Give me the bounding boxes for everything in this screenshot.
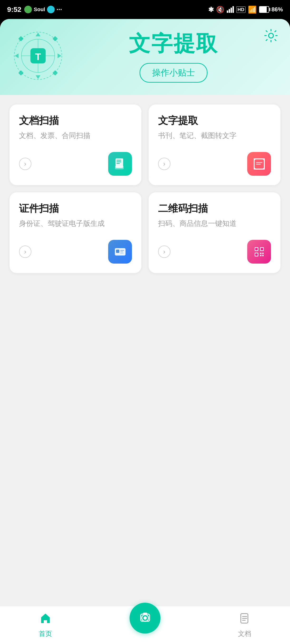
card-text-extract-title: 文字提取 — [158, 114, 271, 127]
svg-point-41 — [143, 616, 147, 620]
card-id-scan-desc: 身份证、驾驶证电子版生成 — [19, 218, 132, 234]
svg-point-16 — [269, 33, 273, 38]
svg-rect-5 — [53, 36, 58, 42]
nav-camera-button[interactable] — [130, 603, 160, 634]
svg-rect-18 — [117, 160, 121, 160]
nav-docs-label: 文档 — [238, 629, 251, 638]
docs-icon — [238, 612, 251, 628]
header-logo-area: T — [12, 30, 64, 82]
card-text-extract-bottom: › — [158, 152, 271, 176]
card-qr-scan-bottom: › — [158, 240, 271, 264]
svg-rect-20 — [117, 163, 120, 164]
hd-badge: HD — [236, 6, 245, 13]
card-qr-scan-icon — [247, 240, 271, 264]
svg-rect-27 — [120, 250, 124, 251]
page-title: 文字提取 — [129, 29, 218, 58]
header-banner: T — [0, 19, 290, 95]
svg-rect-6 — [18, 70, 24, 76]
status-dots: ··· — [57, 6, 62, 13]
nav-home-label: 首页 — [39, 629, 52, 638]
app-container: T — [0, 19, 290, 644]
svg-rect-4 — [18, 36, 24, 42]
card-doc-scan-bottom: › — [19, 152, 132, 176]
svg-rect-35 — [255, 253, 258, 256]
card-doc-scan-arrow[interactable]: › — [19, 158, 31, 170]
svg-rect-38 — [260, 255, 261, 256]
logo-circle: T — [12, 30, 64, 82]
svg-rect-43 — [143, 613, 147, 614]
app-icon-1 — [24, 6, 32, 13]
battery-icon — [259, 6, 269, 13]
card-text-extract[interactable]: 文字提取 书刊、笔记、截图转文字 › — [149, 104, 280, 185]
card-id-scan-arrow[interactable]: › — [19, 246, 31, 258]
card-text-extract-icon — [247, 152, 271, 176]
status-app-icons: Soul ··· — [24, 6, 62, 13]
status-bar: 9:52 Soul ··· ✱ 🔇 HD 📶 86% — [0, 0, 290, 19]
cards-grid: 文档扫描 文档、发票、合同扫描 › — [10, 104, 280, 273]
svg-rect-36 — [260, 253, 261, 254]
nav-item-home[interactable]: 首页 — [39, 612, 52, 638]
card-qr-scan-arrow[interactable]: › — [158, 246, 170, 258]
svg-marker-12 — [36, 32, 41, 36]
svg-text:T: T — [35, 52, 41, 62]
card-id-scan-title: 证件扫描 — [19, 202, 132, 215]
nav-item-docs[interactable]: 文档 — [238, 612, 251, 638]
svg-rect-19 — [117, 162, 121, 162]
status-right: ✱ 🔇 HD 📶 86% — [208, 6, 283, 14]
svg-rect-28 — [120, 252, 123, 252]
svg-rect-21 — [115, 166, 124, 169]
card-doc-scan[interactable]: 文档扫描 文档、发票、合同扫描 › — [10, 104, 141, 185]
card-qr-scan-title: 二维码扫描 — [158, 202, 271, 215]
card-text-extract-arrow[interactable]: › — [158, 158, 170, 170]
status-left: 9:52 Soul ··· — [7, 6, 62, 14]
svg-rect-37 — [262, 253, 264, 254]
svg-rect-7 — [53, 70, 58, 76]
card-doc-scan-icon — [108, 152, 132, 176]
status-time: 9:52 — [7, 6, 22, 14]
svg-rect-39 — [262, 255, 264, 256]
app-icon-2 — [47, 6, 55, 13]
content-spacer — [10, 280, 280, 601]
svg-rect-23 — [256, 162, 262, 163]
card-id-scan[interactable]: 证件扫描 身份证、驾驶证电子版生成 › — [10, 192, 141, 273]
svg-rect-24 — [256, 164, 261, 164]
content-area: 文档扫描 文档、发票、合同扫描 › — [0, 95, 290, 606]
card-doc-scan-title: 文档扫描 — [19, 114, 132, 127]
settings-button[interactable] — [264, 28, 278, 43]
card-id-scan-icon — [108, 240, 132, 264]
signal-bars-icon — [227, 6, 234, 13]
wifi-icon: 📶 — [248, 6, 257, 14]
svg-rect-33 — [261, 248, 263, 250]
signal-mute-icon: 🔇 — [216, 6, 224, 14]
card-qr-scan-desc: 扫码、商品信息一键知道 — [158, 218, 271, 234]
svg-rect-29 — [120, 253, 124, 254]
battery-percent: 86% — [271, 6, 283, 13]
bluetooth-icon: ✱ — [208, 6, 214, 14]
svg-marker-13 — [36, 75, 41, 79]
svg-marker-14 — [15, 54, 19, 58]
home-icon — [39, 612, 52, 628]
svg-rect-26 — [116, 250, 119, 253]
card-qr-scan[interactable]: 二维码扫描 扫码、商品信息一键知道 › — [149, 192, 280, 273]
card-text-extract-desc: 书刊、笔记、截图转文字 — [158, 130, 271, 146]
bottom-nav: 首页 文档 — [0, 606, 290, 644]
header-center: 文字提取 操作小贴士 — [69, 29, 278, 83]
card-doc-scan-desc: 文档、发票、合同扫描 — [19, 130, 132, 146]
card-id-scan-bottom: › — [19, 240, 132, 264]
tips-button[interactable]: 操作小贴士 — [140, 63, 207, 83]
svg-rect-31 — [255, 248, 258, 250]
svg-marker-15 — [58, 54, 61, 58]
app-icon-soul: Soul — [34, 6, 45, 12]
